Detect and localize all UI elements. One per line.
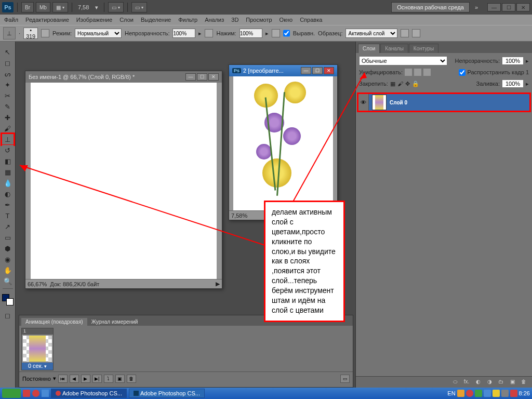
minibridge-button[interactable]: Mb [36,2,50,12]
gradient-tool[interactable]: ▦ [2,167,14,177]
menu-view[interactable]: Просмотр [246,17,272,23]
layer-opacity-input[interactable] [502,57,524,65]
language-indicator[interactable]: EN [447,390,455,396]
menu-help[interactable]: Справка [300,17,322,23]
lock-position-icon[interactable]: ✥ [405,81,410,87]
tray-avira-icon[interactable] [510,390,517,397]
crop-tool[interactable]: ✂ [2,90,14,101]
aligned-checkbox[interactable] [283,29,290,38]
doc1-close[interactable]: ✕ [208,73,219,81]
close-button[interactable]: ✕ [516,3,530,11]
layer-blend-select[interactable]: Обычные [359,56,447,65]
propagate-checkbox[interactable] [459,69,466,76]
brush-panel-icon[interactable] [41,29,49,37]
menu-file[interactable]: Файл [4,17,18,23]
bridge-button[interactable]: Br [21,2,34,12]
doc1-doc-info[interactable]: Док: 886,2K/0 байт [50,281,99,287]
taskbar-item-2[interactable]: Adobe Photoshop CS... [129,389,205,398]
opacity-input[interactable] [172,29,195,38]
minimize-button[interactable]: — [487,3,501,11]
quicklaunch-icon-1[interactable] [23,390,30,397]
blend-mode-select[interactable]: Нормальный [75,29,122,38]
menu-edit[interactable]: Редактирование [25,17,69,23]
fill-arrow-icon[interactable]: ▸ [526,81,529,87]
tray-icon-6[interactable] [501,390,509,397]
tray-icon-2[interactable] [466,390,473,397]
delete-layer-icon[interactable]: 🗑 [520,379,528,386]
doc1-status-arrow-icon[interactable]: ▶ [216,281,220,287]
menu-analysis[interactable]: Анализ [205,17,224,23]
quickmask-tool[interactable]: ◻ [2,310,14,321]
healing-tool[interactable]: ✚ [2,112,14,123]
flow-dropdown-icon[interactable]: ▸ [265,30,269,37]
fill-input[interactable] [502,79,524,88]
opacity-dropdown-icon[interactable]: ▸ [198,30,202,37]
zoom-tool[interactable]: 🔍 [2,276,14,286]
path-tool[interactable]: ↗ [2,221,14,232]
menu-window[interactable]: Окно [280,17,293,23]
tray-icon-4[interactable] [484,390,491,397]
frame-delay[interactable]: 0 сек. ▾ [22,363,53,370]
quicklaunch-opera-icon[interactable] [32,390,39,397]
prev-frame-button[interactable]: ◀ [70,375,79,383]
unify-style-icon[interactable] [423,69,431,76]
wand-tool[interactable]: ✦ [2,79,14,90]
hand-tool[interactable]: ✋ [2,265,14,275]
tray-icon-1[interactable] [457,390,464,397]
doc1-zoom[interactable]: 66,67% [28,281,47,287]
layer-group-icon[interactable]: 🗀 [497,379,505,386]
layer-name[interactable]: Слой 0 [390,100,407,105]
layer-item-0[interactable]: 👁 Слой 0 [357,92,531,112]
3d-tool[interactable]: ⬢ [2,243,14,254]
layer-thumbnail[interactable] [372,95,387,110]
layer-fx-icon[interactable]: fx. [462,379,471,386]
eyedropper-tool[interactable]: ✎ [2,101,14,112]
tab-layers[interactable]: Слои [358,44,380,53]
zoom-dropdown-icon[interactable]: ▾ [93,4,100,11]
first-frame-button[interactable]: ⏮ [58,375,68,383]
tab-paths[interactable]: Контуры [409,44,438,53]
link-layers-icon[interactable]: ⬭ [451,379,459,386]
pressure-opacity-icon[interactable] [205,29,213,37]
color-swatches[interactable] [2,294,14,305]
doc1-minimize[interactable]: — [185,73,196,81]
new-layer-icon[interactable]: ▣ [508,379,516,386]
menu-3d[interactable]: 3D [231,17,238,23]
unify-visibility-icon[interactable] [414,69,421,76]
doc1-titlebar[interactable]: Без имени-1 @ 66,7% (Слой 0, RGB/8) * — … [25,71,222,83]
brush-tool[interactable]: 🖌 [2,123,14,134]
lasso-tool[interactable]: ᔕ [2,69,14,79]
flow-input[interactable] [240,29,262,38]
expand-icon[interactable]: » [475,4,478,10]
extras-dropdown[interactable]: ▭ [131,2,147,12]
play-button[interactable]: ▶ [81,375,90,383]
menu-layers[interactable]: Слои [119,17,134,23]
lock-all-icon[interactable]: 🔒 [412,81,419,87]
clone-stamp-tool[interactable]: ⊥ [2,134,14,144]
quicklaunch-icon-3[interactable] [42,390,49,397]
arrange-dropdown[interactable]: ▭ [108,2,124,12]
menu-select[interactable]: Выделение [141,17,171,23]
doc1-maximize[interactable]: ☐ [197,73,207,81]
lock-pixels-icon[interactable]: 🖌 [397,81,403,87]
taskbar-clock[interactable]: 8:26 [519,390,530,396]
tab-animation[interactable]: Анимация (покадровая) [21,318,87,326]
start-button[interactable] [2,389,21,398]
pressure-size-icon[interactable] [412,29,420,37]
sample-select[interactable]: Активный слой [345,29,397,38]
lock-trans-icon[interactable]: ▦ [390,81,395,87]
next-frame-button[interactable]: ▶| [92,375,102,383]
delete-frame-button[interactable]: 🗑 [127,375,136,383]
eraser-tool[interactable]: ◧ [2,156,14,166]
brush-preset-picker[interactable]: •319 [23,28,38,39]
current-tool-stamp-icon[interactable]: ⊥ [3,27,16,39]
dodge-tool[interactable]: ◐ [2,189,14,199]
loop-dropdown-icon[interactable]: ▾ [53,375,56,382]
marquee-tool[interactable]: ◻ [2,58,14,68]
timeline-mode-button[interactable]: ▭ [340,375,350,383]
tab-measurement-log[interactable]: Журнал измерений [87,318,142,326]
animation-frame-1[interactable]: 1 0 сек. ▾ [21,328,54,370]
3d-camera-tool[interactable]: ◉ [2,254,14,264]
tray-icon-5[interactable] [493,390,500,397]
menu-filter[interactable]: Фильтр [178,17,197,23]
